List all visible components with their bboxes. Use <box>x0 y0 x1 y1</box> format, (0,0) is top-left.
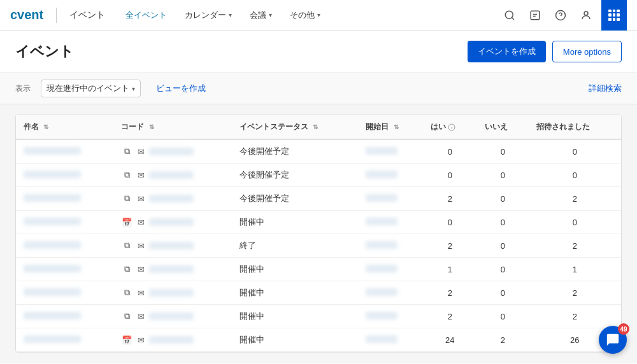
table-row: ⧉ ✉ 今後開催予定 0 0 0 <box>16 164 621 187</box>
copy-row-icon[interactable]: ⧉ <box>121 263 132 275</box>
email-row-icon[interactable]: ✉ <box>135 240 147 251</box>
top-nav: cvent イベント 全イベント カレンダー ▾ 会議 ▾ その他 ▾ <box>0 0 637 31</box>
col-header-yes: はい <box>423 115 477 139</box>
start-date-blurred <box>366 335 397 343</box>
chat-bubble[interactable]: 49 <box>599 326 627 354</box>
nav-link-all-events[interactable]: 全イベント <box>118 6 175 25</box>
svg-point-3 <box>584 11 588 15</box>
advanced-search-btn[interactable]: 詳細検索 <box>589 83 622 94</box>
start-date-blurred <box>366 147 397 155</box>
col-header-no: いいえ <box>477 115 529 139</box>
apps-grid-btn[interactable] <box>601 0 627 31</box>
calendar-chevron: ▾ <box>229 11 232 18</box>
cell-code: ⧉ ✉ <box>113 164 232 187</box>
calendar-row-icon[interactable]: 📅 <box>121 216 132 228</box>
sort-icon-name: ⇅ <box>43 123 48 130</box>
cell-yes: 0 <box>423 164 477 187</box>
cell-invited: 2 <box>529 234 621 258</box>
cell-invited: 0 <box>529 164 621 187</box>
help-icon-btn[interactable] <box>550 5 571 25</box>
nav-links: 全イベント カレンダー ▾ 会議 ▾ その他 ▾ <box>118 6 499 25</box>
cell-start-date <box>358 258 422 281</box>
nav-link-meeting[interactable]: 会議 ▾ <box>242 6 280 25</box>
nav-link-calendar[interactable]: カレンダー ▾ <box>177 6 240 25</box>
current-filter-select[interactable]: 現在進行中のイベント ▾ <box>41 80 141 97</box>
nav-icons <box>499 0 627 31</box>
more-options-button[interactable]: More options <box>552 41 622 62</box>
search-icon <box>504 10 515 21</box>
copy-row-icon[interactable]: ⧉ <box>121 146 132 157</box>
col-header-status[interactable]: イベントステータス ⇅ <box>232 115 358 139</box>
copy-row-icon[interactable]: ⧉ <box>121 193 132 204</box>
copy-row-icon[interactable]: ⧉ <box>121 287 132 298</box>
account-icon-btn[interactable] <box>576 5 596 25</box>
row-action-icons: 📅 ✉ <box>121 216 224 228</box>
events-table: 件名 ⇅ コード ⇅ イベントステータス ⇅ 開始日 ⇅ はい いいえ 招待され… <box>16 115 621 352</box>
search-icon-btn[interactable] <box>499 5 520 25</box>
create-event-button[interactable]: イベントを作成 <box>468 41 546 62</box>
start-date-blurred <box>366 171 397 178</box>
cell-status: 開催中 <box>232 328 358 352</box>
row-action-icons: ⧉ ✉ <box>121 169 224 181</box>
page-title: イベント <box>15 42 74 61</box>
sort-icon-code: ⇅ <box>149 123 154 130</box>
calendar-row-icon[interactable]: 📅 <box>121 334 132 346</box>
cell-code: 📅 ✉ <box>113 328 232 352</box>
reports-icon-btn[interactable] <box>525 5 545 25</box>
cell-yes: 24 <box>423 328 477 352</box>
email-row-icon[interactable]: ✉ <box>135 216 147 228</box>
event-name-blurred <box>24 194 81 202</box>
nav-link-other[interactable]: その他 ▾ <box>282 6 328 25</box>
event-code-blurred <box>149 218 194 226</box>
cell-name <box>16 328 113 352</box>
table-row: ⧉ ✉ 開催中 2 0 2 <box>16 305 621 328</box>
cell-yes: 2 <box>423 305 477 328</box>
cell-no: 0 <box>477 234 529 258</box>
copy-row-icon[interactable]: ⧉ <box>121 169 132 181</box>
cell-name <box>16 234 113 258</box>
copy-row-icon[interactable]: ⧉ <box>121 240 132 251</box>
table-row: ⧉ ✉ 開催中 2 0 2 <box>16 281 621 305</box>
cell-code: ⧉ ✉ <box>113 187 232 211</box>
cell-yes: 2 <box>423 187 477 211</box>
cell-no: 0 <box>477 305 529 328</box>
row-action-icons: ⧉ ✉ <box>121 263 224 275</box>
header-actions: イベントを作成 More options <box>468 41 622 62</box>
cell-code: ⧉ ✉ <box>113 234 232 258</box>
row-action-icons: ⧉ ✉ <box>121 287 224 298</box>
row-action-icons: ⧉ ✉ <box>121 240 224 251</box>
cell-code: 📅 ✉ <box>113 211 232 234</box>
email-row-icon[interactable]: ✉ <box>135 334 147 346</box>
svg-point-0 <box>505 11 513 18</box>
email-row-icon[interactable]: ✉ <box>135 169 147 181</box>
cell-start-date <box>358 164 422 187</box>
event-code-blurred <box>149 148 194 155</box>
cell-status: 今後開催予定 <box>232 139 358 164</box>
cell-start-date <box>358 281 422 305</box>
col-header-start[interactable]: 開始日 ⇅ <box>358 115 422 139</box>
event-code-blurred <box>149 312 194 320</box>
cell-name <box>16 281 113 305</box>
row-action-icons: 📅 ✉ <box>121 334 224 346</box>
email-row-icon[interactable]: ✉ <box>135 193 147 204</box>
email-row-icon[interactable]: ✉ <box>135 287 147 298</box>
cell-no: 0 <box>477 164 529 187</box>
cell-name <box>16 139 113 164</box>
copy-row-icon[interactable]: ⧉ <box>121 311 132 322</box>
cell-status: 今後開催予定 <box>232 187 358 211</box>
cell-name <box>16 164 113 187</box>
col-header-code[interactable]: コード ⇅ <box>113 115 232 139</box>
col-header-name[interactable]: 件名 ⇅ <box>16 115 113 139</box>
page-header: イベント イベントを作成 More options <box>0 31 637 73</box>
email-row-icon[interactable]: ✉ <box>135 146 147 157</box>
row-action-icons: ⧉ ✉ <box>121 311 224 322</box>
create-view-btn[interactable]: ビューを作成 <box>151 80 211 97</box>
help-icon <box>555 10 566 21</box>
cell-start-date <box>358 234 422 258</box>
table-row: ⧉ ✉ 開催中 1 0 1 <box>16 258 621 281</box>
event-code-blurred <box>149 265 194 273</box>
email-row-icon[interactable]: ✉ <box>135 263 147 275</box>
event-name-blurred <box>24 171 81 178</box>
email-row-icon[interactable]: ✉ <box>135 311 147 322</box>
cell-start-date <box>358 305 422 328</box>
